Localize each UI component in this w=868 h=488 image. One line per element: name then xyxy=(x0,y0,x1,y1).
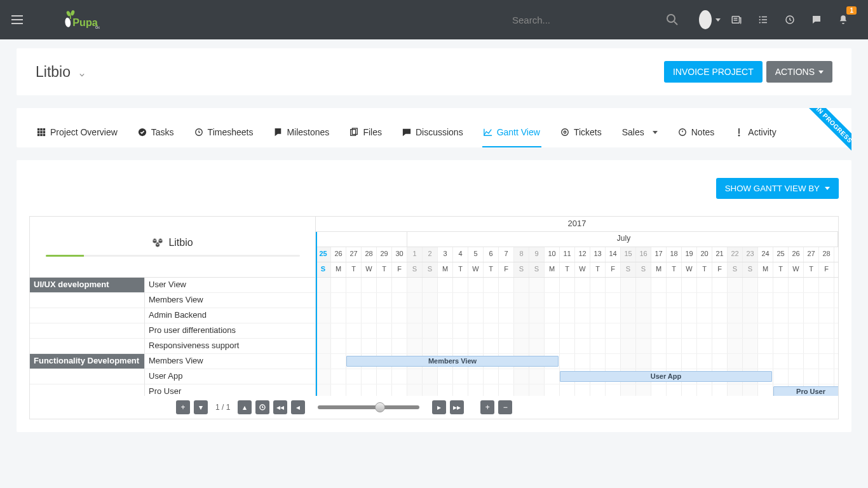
svg-rect-26 xyxy=(43,134,46,137)
gantt-project-name: Litbio xyxy=(152,237,193,248)
tab-discussions[interactable]: Discussions xyxy=(401,122,465,147)
actions-button[interactable]: ACTIONS xyxy=(766,61,832,83)
svg-rect-23 xyxy=(43,131,46,133)
svg-rect-25 xyxy=(40,134,43,137)
invoice-project-button[interactable]: INVOICE PROJECT xyxy=(664,61,763,83)
gantt-year: 2017 xyxy=(316,217,838,232)
chevron-down-icon[interactable] xyxy=(79,69,85,74)
expand-all-button[interactable]: + xyxy=(176,400,190,414)
notification-badge: 1 xyxy=(846,6,857,15)
search-input[interactable] xyxy=(506,8,684,31)
svg-rect-20 xyxy=(43,128,46,131)
svg-rect-14 xyxy=(762,19,767,20)
tab-notes[interactable]: Notes xyxy=(677,122,716,147)
logo: Pupa Cic xyxy=(61,8,105,31)
tab-gantt-view[interactable]: Gantt View xyxy=(482,122,541,147)
scroll-right-button[interactable]: ▸▸ xyxy=(450,400,464,414)
next-page-button[interactable]: ▴ xyxy=(238,400,252,414)
prev-page-button[interactable]: ▾ xyxy=(194,400,208,414)
svg-rect-22 xyxy=(40,131,43,133)
svg-rect-18 xyxy=(37,128,40,131)
svg-point-35 xyxy=(738,135,740,137)
gantt-task-row[interactable]: User App xyxy=(30,369,315,384)
step-left-button[interactable]: ◂ xyxy=(291,400,305,414)
gantt-task-row[interactable]: Admin Backend xyxy=(30,308,315,323)
menu-toggle[interactable] xyxy=(11,15,23,24)
zoom-out-button[interactable]: − xyxy=(498,400,512,414)
list-icon[interactable] xyxy=(752,9,774,30)
tab-sales[interactable]: Sales xyxy=(621,122,659,147)
svg-rect-16 xyxy=(762,22,767,24)
tab-timesheets[interactable]: Timesheets xyxy=(193,122,255,147)
svg-rect-21 xyxy=(37,131,40,133)
gantt-task-row[interactable]: Members View xyxy=(30,293,315,308)
step-right-button[interactable]: ▸ xyxy=(432,400,446,414)
search-icon[interactable] xyxy=(665,12,680,27)
tab-tickets[interactable]: Tickets xyxy=(559,122,603,147)
project-title[interactable]: Litbio xyxy=(36,64,71,81)
news-icon[interactable] xyxy=(726,9,747,30)
scroll-left-button[interactable]: ◂◂ xyxy=(273,400,287,414)
progress-bar xyxy=(46,255,300,257)
clock-icon[interactable] xyxy=(779,9,801,30)
svg-rect-2 xyxy=(70,15,71,18)
svg-point-32 xyxy=(564,131,566,133)
tab-project-overview[interactable]: Project Overview xyxy=(36,122,119,147)
gantt-bar[interactable]: User App xyxy=(560,371,772,382)
tab-activity[interactable]: Activity xyxy=(733,122,777,147)
svg-point-31 xyxy=(562,129,569,136)
zoom-slider[interactable] xyxy=(318,405,419,409)
status-ribbon: IN PROGRESS xyxy=(806,108,851,154)
zoom-in-button[interactable]: + xyxy=(480,400,494,414)
svg-point-13 xyxy=(759,19,761,20)
avatar xyxy=(699,10,712,29)
svg-rect-12 xyxy=(762,17,767,18)
gantt-task-row[interactable]: Functionality DevelopmentMembers View xyxy=(30,354,315,369)
tab-tasks[interactable]: Tasks xyxy=(137,122,175,147)
svg-text:Cic: Cic xyxy=(95,26,100,29)
tab-files[interactable]: Files xyxy=(348,122,383,147)
gantt-task-row[interactable]: Responsiveness support xyxy=(30,339,315,354)
svg-point-15 xyxy=(759,22,761,23)
show-gantt-view-by-button[interactable]: SHOW GANTT VIEW BY xyxy=(716,178,839,199)
user-menu[interactable] xyxy=(699,9,721,30)
bell-icon[interactable]: 1 xyxy=(832,9,854,30)
svg-point-11 xyxy=(759,16,761,17)
cubes-icon xyxy=(152,237,163,248)
svg-rect-19 xyxy=(40,128,43,131)
tab-milestones[interactable]: Milestones xyxy=(272,122,330,147)
pager-text: 1 / 1 xyxy=(215,403,230,412)
chat-icon[interactable] xyxy=(806,9,827,30)
svg-line-7 xyxy=(674,22,677,25)
gantt-task-row[interactable]: Pro user differentiations xyxy=(30,323,315,339)
svg-point-6 xyxy=(667,15,675,22)
go-today-button[interactable] xyxy=(255,400,269,414)
svg-rect-24 xyxy=(37,134,40,137)
gantt-task-row[interactable]: UI/UX developmentUser View xyxy=(30,278,315,293)
svg-text:Pupa: Pupa xyxy=(72,17,98,28)
gantt-bar[interactable]: Members View xyxy=(346,356,559,367)
svg-rect-34 xyxy=(738,128,740,134)
